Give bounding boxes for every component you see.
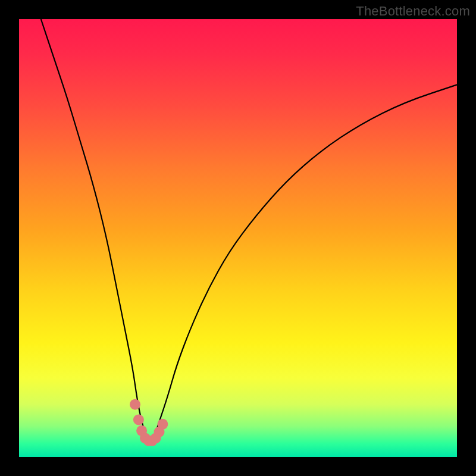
- sweet-spot-dot: [157, 419, 168, 430]
- watermark-text: TheBottleneck.com: [356, 4, 470, 19]
- chart-frame: TheBottleneck.com: [0, 0, 476, 476]
- plot-area: [19, 19, 457, 457]
- sweet-spot-dot: [130, 399, 140, 410]
- bottleneck-curve: [19, 19, 457, 457]
- sweet-spot-dot: [133, 414, 144, 425]
